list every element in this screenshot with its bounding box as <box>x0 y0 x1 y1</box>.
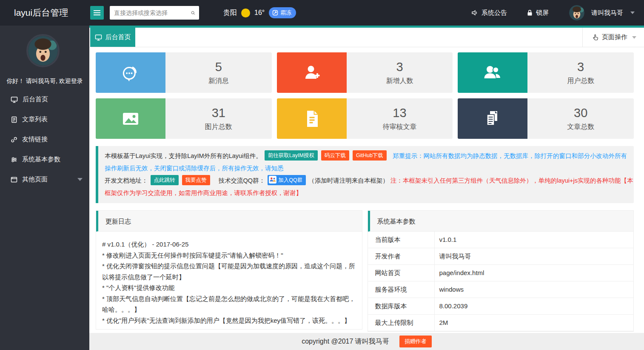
monitor-icon <box>11 96 18 103</box>
top-header: layui后台管理 贵阳 16° 霜冻 系统公告 锁屏 <box>0 0 644 26</box>
stat-card-pending-articles[interactable]: 13 待审核文章 <box>277 98 453 139</box>
frost-alert-icon <box>272 10 278 16</box>
chevron-down-icon <box>630 11 635 14</box>
notice-panel: 本模板基于Layui实现，支持除LayIM外所有的Layui组件。 前往获取La… <box>96 146 634 203</box>
main-content: 5 新消息 3 新增人数 3 用户总数 <box>89 47 644 350</box>
link-icon <box>11 136 17 143</box>
bottom-panels: 更新日志 # v1.0.1（优化） - 2017-06-25 * 修改刚进入页面… <box>96 210 634 332</box>
gitee-download-button[interactable]: 码云下载 <box>321 150 349 161</box>
weather-temperature: 16° <box>254 9 265 17</box>
weather-city: 贵阳 <box>223 9 237 17</box>
user-avatar <box>569 5 584 20</box>
stat-label: 文章总数 <box>567 123 594 132</box>
sidebar-item-home[interactable]: 后台首页 <box>0 89 89 109</box>
sidebar-item-sysparams[interactable]: 系统基本参数 <box>0 149 89 169</box>
header-search <box>110 6 199 20</box>
app-title: layui后台管理 <box>14 0 68 26</box>
monitor-icon <box>95 34 102 41</box>
divider <box>582 28 583 47</box>
speaker-icon <box>471 9 479 17</box>
sidebar-item-other-pages[interactable]: 其他页面 <box>0 169 89 189</box>
table-row: 最大上传限制 2M <box>368 315 634 331</box>
user-menu[interactable]: 请叫我马哥 <box>569 5 635 20</box>
changelog-panel: 更新日志 # v1.0.1（优化） - 2017-06-25 * 修改刚进入页面… <box>96 210 362 330</box>
tab-bar: 后台首页 页面操作 <box>89 28 644 47</box>
copyright-text: copyright @2017 请叫我马哥 <box>302 337 389 346</box>
lock-screen-button[interactable]: 锁屏 <box>527 9 549 17</box>
stat-value: 5 <box>215 60 222 74</box>
donate-button[interactable]: 捐赠作者 <box>399 336 432 347</box>
qq-note: （添加时请注明来自本框架） <box>308 177 389 184</box>
changelog-line: # v1.0.1（优化） - 2017-06-25 <box>102 239 357 250</box>
table-row: 当前版本 v1.0.1 <box>368 232 634 248</box>
qq-group-icon <box>269 176 276 184</box>
search-icon[interactable] <box>191 9 195 17</box>
qq-group-label: 技术交流QQ群： <box>219 177 265 184</box>
stat-label: 待审核文章 <box>382 123 416 132</box>
tab-home[interactable]: 后台首页 <box>90 28 135 47</box>
stat-card-total-images[interactable]: 31 图片总数 <box>96 98 272 139</box>
changelog-line: * 优化关闭弹窗按钮的提示信息位置问题【可能是因为加载速度的原因，造成这个问题，… <box>102 261 357 282</box>
sidebar: 你好！ 请叫我马哥, 欢迎登录 后台首页 文章列表 友情链接 系统基本参数 其他… <box>0 26 89 350</box>
greeting-text: 你好！ 请叫我马哥, 欢迎登录 <box>0 77 89 85</box>
stat-label: 用户总数 <box>567 77 594 86</box>
stat-value: 3 <box>577 60 584 74</box>
stat-value: 3 <box>396 60 403 74</box>
sysparams-title: 系统基本参数 <box>368 211 634 232</box>
document-icon <box>300 107 323 130</box>
changelog-body: # v1.0.1（优化） - 2017-06-25 * 修改刚进入页面无任何操作… <box>96 232 362 329</box>
table-row: 数据库版本 8.00.2039 <box>368 298 634 315</box>
like-button[interactable]: 我要点赞 <box>182 175 210 185</box>
stat-card-total-articles[interactable]: 30 文章总数 <box>458 98 634 139</box>
notice-warning-1: 郑重提示：网站所有数据均为静态数据，无数据库，除打开的窗口和部分小改动外所有 <box>393 152 627 159</box>
stat-value: 13 <box>393 106 406 120</box>
profile-avatar[interactable] <box>26 34 60 67</box>
search-input[interactable] <box>110 9 191 16</box>
changelog-line: * "个人资料"提供修改功能 <box>102 282 357 293</box>
notice-red-2: 框架仅作为学习交流使用，如需用作商业用途，请联系作者授权，谢谢】 <box>105 187 627 199</box>
stat-cards: 5 新消息 3 新增人数 3 用户总数 <box>89 47 644 139</box>
window-icon <box>11 176 17 183</box>
sidebar-item-articles[interactable]: 文章列表 <box>0 109 89 129</box>
hamburger-icon <box>94 10 100 11</box>
github-download-button[interactable]: GitHub下载 <box>353 150 387 161</box>
changelog-line: * 顶部天气信息自动判断位置【忘记之前是怎么想的做成北京的了，可能是我在大首都吧… <box>102 293 357 315</box>
table-row: 网站首页 page/index.html <box>368 265 634 281</box>
table-row: 开发作者 请叫我马哥 <box>368 248 634 265</box>
notice-red-1: 注：本框架未引入任何第三方组件（天气信息除外），单纯的layui+js实现的各种… <box>390 177 633 184</box>
changelog-line: * 修改刚进入页面无任何操作时按回车键提示"请输入解锁密码！" <box>102 250 357 261</box>
chevron-down-icon <box>77 178 83 181</box>
sysparams-panel: 系统基本参数 当前版本 v1.0.1 开发作者 请叫我马哥 网站首页 page/… <box>368 210 634 332</box>
stat-card-total-users[interactable]: 3 用户总数 <box>458 52 634 93</box>
stat-label: 图片总数 <box>205 123 232 132</box>
announcement-button[interactable]: 系统公告 <box>471 9 507 17</box>
stat-card-new-users[interactable]: 3 新增人数 <box>277 52 453 93</box>
stat-value: 30 <box>574 106 587 120</box>
lock-icon <box>527 9 533 16</box>
hand-pointer-icon <box>592 34 599 41</box>
page: layui后台管理 贵阳 16° 霜冻 系统公告 锁屏 <box>0 0 644 350</box>
stat-value: 31 <box>212 106 225 120</box>
header-right: 系统公告 锁屏 请叫我马哥 <box>471 0 635 26</box>
changelog-line: * 优化"用户列表"无法查询到新添加的用户【竟然是因为我把key值写错了，该死。… <box>102 315 357 326</box>
sidebar-item-links[interactable]: 友情链接 <box>0 129 89 149</box>
layim-license-button[interactable]: 前往获取LayIM授权 <box>265 150 318 161</box>
documents-icon <box>481 107 504 130</box>
sidebar-collapse-button[interactable] <box>90 6 104 20</box>
table-row: 服务器环境 windows <box>368 281 634 298</box>
users-icon <box>481 61 504 84</box>
page-operations-dropdown[interactable]: 页面操作 <box>592 28 636 47</box>
join-qq-group-button[interactable]: 加入QQ群 <box>268 175 306 185</box>
notice-intro: 本模板基于Layui实现，支持除LayIM外所有的Layui组件。 <box>105 152 262 159</box>
docs-label: 开发文档地址： <box>105 177 148 184</box>
sidebar-menu: 后台首页 文章列表 友情链接 系统基本参数 其他页面 <box>0 89 89 189</box>
stat-label: 新增人数 <box>386 77 413 86</box>
username: 请叫我马哥 <box>591 9 623 17</box>
docs-jump-button[interactable]: 点此跳转 <box>151 175 179 185</box>
chat-icon <box>119 61 142 85</box>
stat-card-new-messages[interactable]: 5 新消息 <box>96 52 272 93</box>
sysparams-table: 当前版本 v1.0.1 开发作者 请叫我马哥 网站首页 page/index.h… <box>368 232 634 331</box>
image-icon <box>119 107 142 130</box>
weather-alert-badge[interactable]: 霜冻 <box>269 7 296 18</box>
sun-icon <box>241 9 250 17</box>
